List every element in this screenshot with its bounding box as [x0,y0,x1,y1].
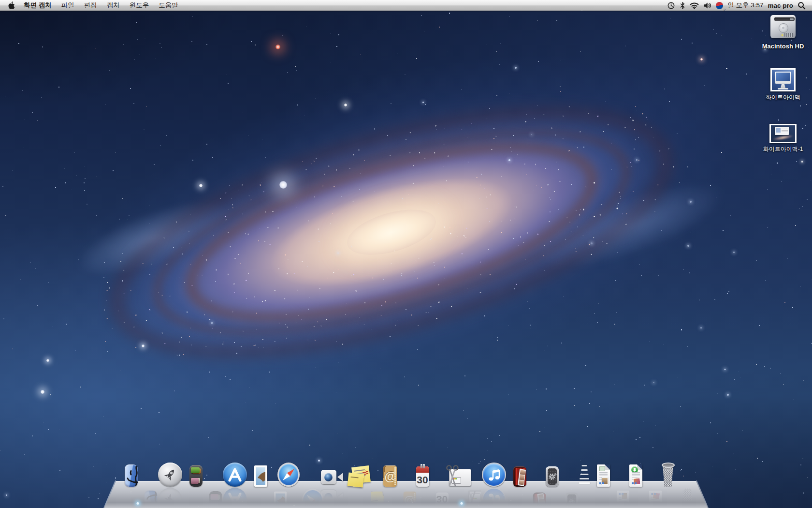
launchpad-icon [158,463,182,487]
desktop-icon-white-imac[interactable]: 화이트아이맥 [754,68,812,102]
image-file-icon[interactable] [770,68,796,91]
dock-divider [578,462,591,487]
dock-item-stickies[interactable] [351,462,377,487]
menu-clock[interactable]: 일 오후 3:57 [727,1,763,10]
ical-icon: 30 [416,466,429,487]
desktop-icon-label[interactable]: Macintosh HD [754,43,812,50]
dock-item-address-book[interactable]: @ @ [384,462,410,487]
desktop-icon-label[interactable]: 화이트아이맥-1 [754,145,812,153]
photo-booth-icon [513,466,526,487]
dock-item-itunes[interactable] [481,462,507,487]
menu-file[interactable]: 파일 [57,0,79,11]
input-source-badge: 2 [724,8,725,12]
dock-item-app-store[interactable] [222,462,248,487]
bluetooth-icon[interactable] [680,0,685,11]
stickies-icon [351,465,364,487]
dock-item-mission-control[interactable] [189,462,216,487]
dock-item-facetime[interactable] [319,462,345,487]
apple-menu[interactable] [6,0,19,11]
dock-item-system-preferences[interactable] [546,462,572,487]
image-file-icon[interactable] [769,124,797,143]
grab-screen-capture-icon [449,464,462,487]
document-file-icon [597,464,610,487]
address-book-icon: @ [383,465,396,487]
menu-capture[interactable]: 캡처 [102,0,125,11]
korean-flag [716,2,723,9]
facetime-icon [319,467,345,487]
dock-item-document-file-1[interactable] [597,462,623,487]
menu-bar: 화면 캡처 파일 편집 캡처 윈도우 도움말 2 일 오후 3 [0,0,812,11]
dock-item-safari[interactable] [287,462,313,487]
running-indicator [136,502,139,505]
app-store-icon [223,463,247,487]
menu-window[interactable]: 윈도우 [125,0,154,11]
running-indicator [460,502,463,505]
menu-edit[interactable]: 편집 [79,0,102,11]
dock-item-trash[interactable] [662,462,688,487]
hard-drive-icon[interactable] [769,13,797,41]
desktop-icon-macintosh-hd[interactable]: Macintosh HD [754,13,812,50]
document-file-icon [629,464,642,487]
mission-control-icon [189,465,203,487]
input-source-korean-flag-icon[interactable]: 2 [716,0,723,11]
desktop-screen: 화면 캡처 파일 편집 캡처 윈도우 도움말 2 일 오후 3 [0,0,812,508]
wifi-icon[interactable] [690,0,699,11]
volume-icon[interactable] [703,0,711,11]
menu-user[interactable]: mac pro [768,2,793,9]
mail-icon [254,465,267,487]
desktop-wallpaper [0,0,812,508]
itunes-icon [482,463,506,487]
dock-item-grab[interactable] [449,462,475,487]
desktop-icon-label[interactable]: 화이트아이맥 [754,93,812,102]
system-preferences-icon [546,466,559,487]
safari-icon [277,463,300,487]
menu-app[interactable]: 화면 캡처 [19,0,57,11]
desktop-icon-white-imac-1[interactable]: 화이트아이맥-1 [754,124,812,153]
dock-item-photo-booth[interactable] [513,462,539,487]
trash-icon [662,463,675,487]
dock: @ @ 30 30 [104,481,708,508]
apple-logo-icon [8,1,14,9]
finder-icon [125,464,138,487]
dock-item-finder[interactable] [125,462,151,487]
dock-item-ical[interactable]: 30 30 [416,462,442,487]
menu-help[interactable]: 도움말 [154,0,183,11]
spotlight-icon[interactable] [798,0,806,11]
dock-item-document-file-2[interactable] [629,462,655,487]
time-machine-icon[interactable] [667,0,675,11]
dock-item-launchpad[interactable] [157,462,183,487]
